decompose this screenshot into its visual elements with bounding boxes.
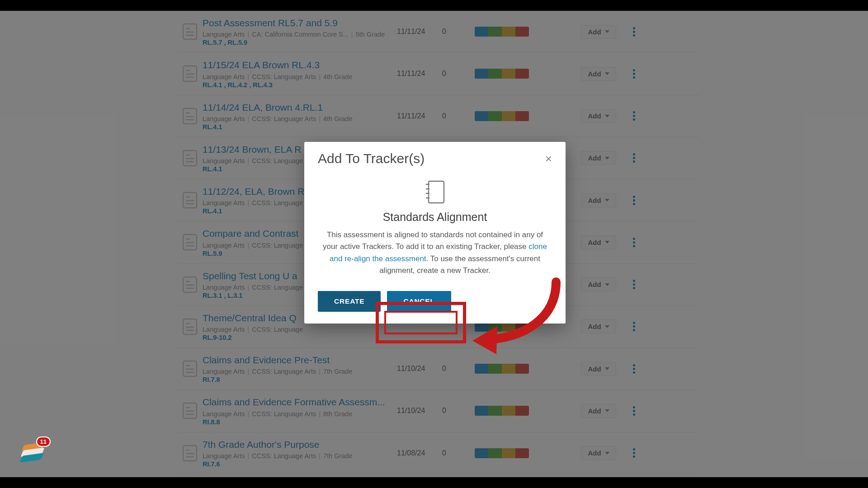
modal-description: This assessment is aligned to standards … <box>321 229 549 277</box>
notification-badge: 11 <box>36 436 51 447</box>
notification-widget[interactable]: 11 <box>19 438 49 468</box>
cancel-button[interactable]: CANCEL <box>387 291 451 312</box>
modal-heading: Standards Alignment <box>321 211 549 224</box>
close-icon[interactable]: × <box>545 153 552 164</box>
modal-text-before: This assessment is aligned to standards … <box>323 230 543 251</box>
add-to-tracker-modal: Add To Tracker(s) × Standards Alignment … <box>304 142 566 324</box>
notebook-icon <box>321 180 549 206</box>
svg-rect-48 <box>429 181 444 203</box>
create-button[interactable]: CREATE <box>318 291 381 312</box>
modal-title: Add To Tracker(s) <box>318 151 425 166</box>
